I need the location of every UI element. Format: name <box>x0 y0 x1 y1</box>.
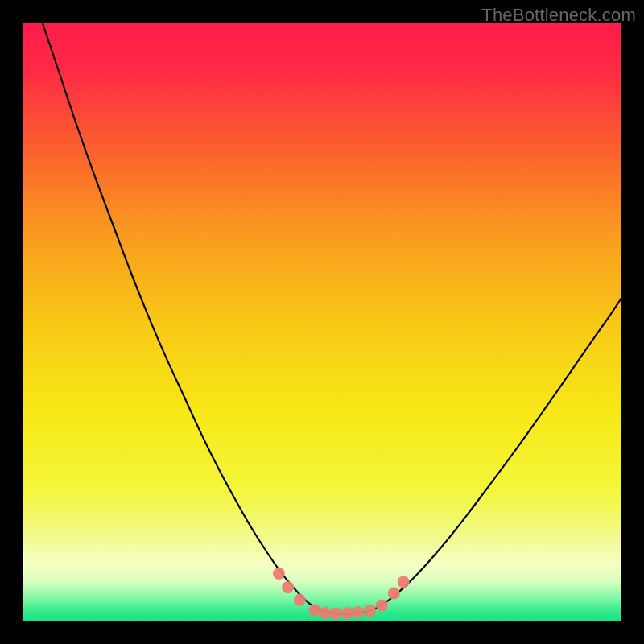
marker-dot <box>273 568 285 580</box>
marker-dot <box>294 594 306 606</box>
marker-dot <box>341 607 353 619</box>
marker-dot <box>309 604 321 616</box>
marker-dot <box>388 588 400 600</box>
marker-dot <box>352 606 364 618</box>
chart-frame <box>23 23 621 621</box>
marker-dot <box>364 605 376 617</box>
marker-dot <box>398 576 410 588</box>
marker-dot <box>282 581 294 593</box>
chart-plot <box>23 23 621 621</box>
marker-dot <box>376 599 388 611</box>
watermark-text: TheBottleneck.com <box>481 5 636 26</box>
gradient-bg <box>23 23 621 621</box>
marker-dot <box>319 607 331 619</box>
marker-dot <box>330 607 342 619</box>
